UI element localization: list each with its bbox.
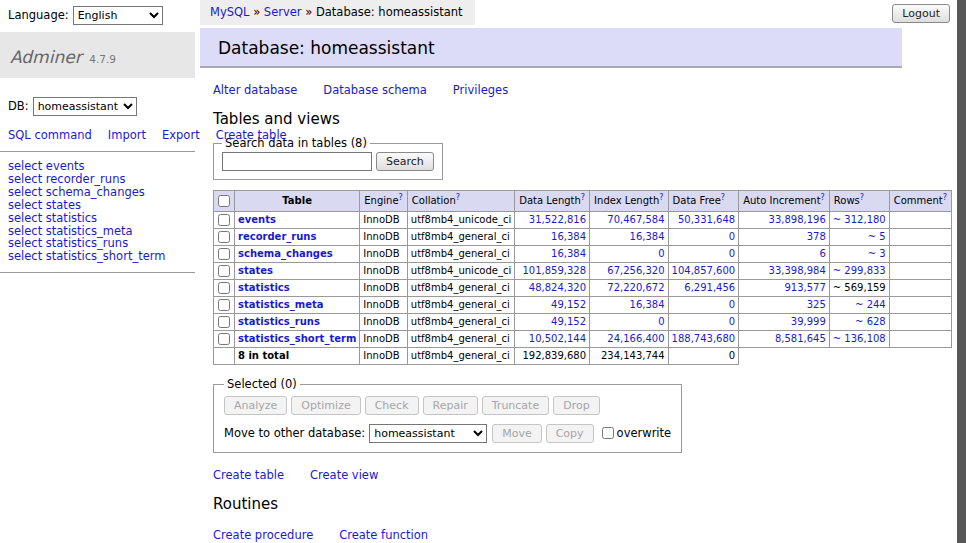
breadcrumb-link-server[interactable]: Server (264, 5, 302, 19)
row-checkbox-recorder_runs[interactable] (218, 231, 230, 243)
sidebar-link-sql-command[interactable]: SQL command (8, 128, 92, 142)
row-checkbox-statistics_short_term[interactable] (218, 333, 230, 345)
rows-link-states[interactable]: ~ 299,833 (833, 265, 886, 276)
rows-link-statistics_meta[interactable]: ~ 244 (855, 299, 886, 310)
auto-increment-link-statistics[interactable]: 913,577 (784, 282, 825, 293)
logout-button[interactable]: Logout (892, 4, 950, 23)
create-function-link[interactable]: Create function (339, 528, 428, 542)
overwrite-label[interactable]: overwrite (617, 426, 672, 440)
rows-link-recorder_runs[interactable]: ~ 5 (868, 231, 886, 242)
data-free-link-states[interactable]: 104,857,600 (672, 265, 736, 276)
collation-help-link[interactable]: ? (456, 193, 460, 202)
rows-link-statistics_short_term[interactable]: ~ 136,108 (833, 333, 886, 344)
table-link-recorder_runs[interactable]: recorder_runs (238, 231, 316, 242)
search-button[interactable]: Search (376, 152, 434, 171)
auto-increment-help-link[interactable]: ? (821, 193, 825, 202)
move-db-select[interactable]: homeassistant (369, 424, 487, 443)
data-free-link-recorder_runs[interactable]: 0 (729, 231, 735, 242)
table-link-events[interactable]: events (238, 214, 276, 225)
privileges-link[interactable]: Privileges (453, 83, 508, 97)
repair-button[interactable]: Repair (423, 396, 478, 415)
data-length-link-statistics_short_term[interactable]: 10,502,144 (529, 333, 586, 344)
table-link-statistics_runs[interactable]: statistics_runs (238, 316, 320, 327)
data-length-link-schema_changes[interactable]: 16,384 (551, 248, 586, 259)
alter-database-link[interactable]: Alter database (213, 83, 297, 97)
data-length-link-statistics[interactable]: 48,824,320 (529, 282, 586, 293)
overwrite-checkbox[interactable] (602, 427, 614, 439)
engine-help-link[interactable]: ? (399, 193, 403, 202)
auto-increment-link-statistics_runs[interactable]: 39,999 (791, 316, 826, 327)
row-checkbox-schema_changes[interactable] (218, 248, 230, 260)
collation-cell: utf8mb4_general_ci (407, 331, 514, 348)
index-length-link-statistics_short_term[interactable]: 24,166,400 (607, 333, 664, 344)
index-length-link-statistics_runs[interactable]: 0 (658, 316, 664, 327)
drop-button[interactable]: Drop (553, 396, 599, 415)
index-length-help-link[interactable]: ? (659, 193, 663, 202)
auto-increment-link-statistics_meta[interactable]: 325 (807, 299, 826, 310)
index-length-link-events[interactable]: 70,467,584 (607, 214, 664, 225)
table-link-statistics_meta[interactable]: statistics_meta (238, 299, 323, 310)
sidebar-link-export[interactable]: Export (162, 128, 200, 142)
vertical-scrollbar[interactable] (957, 0, 966, 543)
row-checkbox-statistics_meta[interactable] (218, 299, 230, 311)
data-free-link-statistics[interactable]: 6,291,456 (684, 282, 735, 293)
move-button[interactable]: Move (492, 424, 542, 443)
check-button[interactable]: Check (365, 396, 419, 415)
sidebar-item-select-schema-changes[interactable]: select schema_changes (8, 186, 187, 199)
create-view-link[interactable]: Create view (310, 468, 378, 482)
auto-increment-link-schema_changes[interactable]: 6 (819, 248, 825, 259)
row-checkbox-events[interactable] (218, 214, 230, 226)
data-free-link-statistics_short_term[interactable]: 188,743,680 (672, 333, 736, 344)
index-length-link-schema_changes[interactable]: 0 (658, 248, 664, 259)
table-link-statistics_short_term[interactable]: statistics_short_term (238, 333, 356, 344)
data-length-link-statistics_meta[interactable]: 49,152 (551, 299, 586, 310)
row-checkbox-statistics[interactable] (218, 282, 230, 294)
sidebar-link-import[interactable]: Import (108, 128, 146, 142)
rows-link-schema_changes[interactable]: ~ 3 (868, 248, 886, 259)
optimize-button[interactable]: Optimize (291, 396, 360, 415)
sidebar-item-select-statistics-short-term[interactable]: select statistics_short_term (8, 250, 187, 263)
data-length-help-link[interactable]: ? (581, 193, 585, 202)
data-length-link-states[interactable]: 101,859,328 (522, 265, 586, 276)
auto-increment-link-statistics_short_term[interactable]: 8,581,645 (775, 333, 826, 344)
auto-increment-link-events[interactable]: 33,898,196 (769, 214, 826, 225)
sidebar-item-select-recorder-runs[interactable]: select recorder_runs (8, 173, 187, 186)
index-length-link-states[interactable]: 67,256,320 (607, 265, 664, 276)
row-checkbox-states[interactable] (218, 265, 230, 277)
create-table-link[interactable]: Create table (213, 468, 284, 482)
sidebar-item-select-states[interactable]: select states (8, 199, 187, 212)
copy-button[interactable]: Copy (546, 424, 594, 443)
sidebar-item-select-events[interactable]: select events (8, 160, 187, 173)
data-length-link-statistics_runs[interactable]: 49,152 (551, 316, 586, 327)
breadcrumb-link-mysql[interactable]: MySQL (210, 5, 250, 19)
auto-increment-link-states[interactable]: 33,398,984 (769, 265, 826, 276)
data-free-help-link[interactable]: ? (721, 193, 725, 202)
index-length-link-statistics_meta[interactable]: 16,384 (630, 299, 665, 310)
comment-help-link[interactable]: ? (943, 193, 947, 202)
db-select[interactable]: homeassistant (33, 97, 137, 116)
create-procedure-link[interactable]: Create procedure (213, 528, 313, 542)
table-link-states[interactable]: states (238, 265, 273, 276)
table-link-schema_changes[interactable]: schema_changes (238, 248, 333, 259)
data-length-link-recorder_runs[interactable]: 16,384 (551, 231, 586, 242)
data-free-link-events[interactable]: 50,331,648 (678, 214, 735, 225)
row-checkbox-statistics_runs[interactable] (218, 316, 230, 328)
language-select[interactable]: English (73, 6, 163, 25)
data-length-link-events[interactable]: 31,522,816 (529, 214, 586, 225)
auto-increment-link-recorder_runs[interactable]: 378 (807, 231, 826, 242)
rows-link-statistics_runs[interactable]: ~ 628 (855, 316, 886, 327)
data-free-link-statistics_runs[interactable]: 0 (729, 316, 735, 327)
search-input[interactable] (222, 152, 372, 171)
rows-help-link[interactable]: ? (860, 193, 864, 202)
data-free-link-statistics_meta[interactable]: 0 (729, 299, 735, 310)
index-length-link-recorder_runs[interactable]: 16,384 (630, 231, 665, 242)
sidebar-item-select-statistics[interactable]: select statistics (8, 212, 187, 225)
table-link-statistics[interactable]: statistics (238, 282, 290, 293)
index-length-link-statistics[interactable]: 72,220,672 (607, 282, 664, 293)
truncate-button[interactable]: Truncate (482, 396, 549, 415)
database-schema-link[interactable]: Database schema (323, 83, 426, 97)
select-all-checkbox[interactable] (218, 195, 230, 207)
data-free-link-schema_changes[interactable]: 0 (729, 248, 735, 259)
analyze-button[interactable]: Analyze (224, 396, 287, 415)
rows-link-events[interactable]: ~ 312,180 (833, 214, 886, 225)
